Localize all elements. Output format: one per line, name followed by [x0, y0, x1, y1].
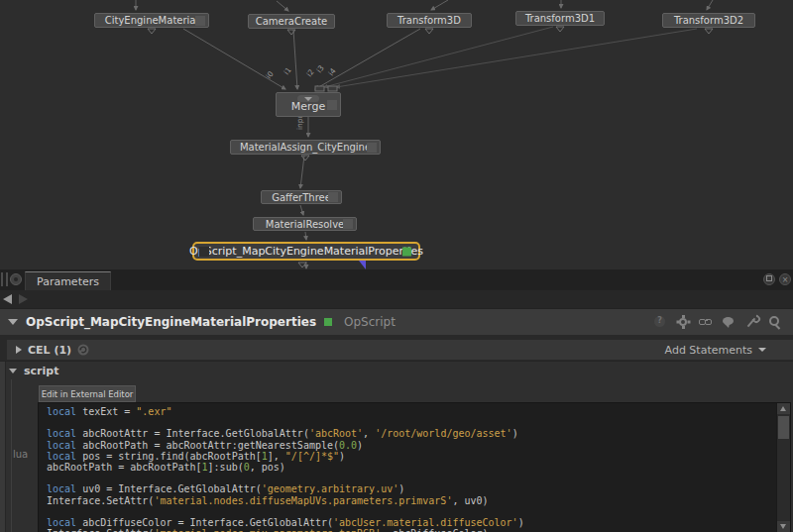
- node-MaterialResolve[interactable]: MaterialResolve: [253, 217, 357, 231]
- node-OpScript_MapCityEngineMaterialProperties[interactable]: OpScript_MapCityEngineMaterialProperties: [192, 242, 420, 261]
- script-group-header[interactable]: script: [9, 365, 58, 377]
- node-label: Transform3D2: [674, 15, 743, 26]
- node-name: OpScript_MapCityEngineMaterialProperties: [26, 315, 316, 329]
- node-flag-icon: [359, 261, 366, 269]
- node-enabled-indicator: [402, 247, 411, 256]
- code-line: Interface.SetAttr('material.nodes.diffus…: [47, 495, 776, 506]
- scroll-down-icon[interactable]: [777, 521, 790, 532]
- code-line: [47, 417, 776, 428]
- code-line: Interface.SetAttr('material.nodes.mix.pa…: [47, 528, 776, 532]
- gear-icon[interactable]: [676, 315, 690, 329]
- panel-tab-bar: Parameters ×: [0, 269, 793, 291]
- script-language-label: lua: [13, 449, 28, 460]
- script-code-lines: local texExt = ".exr" local abcRootAttr …: [39, 406, 776, 532]
- help-icon[interactable]: [653, 315, 667, 329]
- script-group: script Edit in External Editor lua local…: [0, 361, 793, 532]
- node-MaterialAssign_CityEngine[interactable]: MaterialAssign_CityEngine: [230, 140, 381, 155]
- parameter-history-bar: [0, 290, 793, 308]
- group-indent-line: [11, 379, 12, 532]
- node-Transform3D1[interactable]: Transform3D1: [515, 11, 605, 26]
- scroll-thumb[interactable]: [778, 416, 789, 439]
- node-badge: [327, 100, 337, 110]
- cel-label: CEL (1): [28, 344, 71, 357]
- node-GafferThree[interactable]: GafferThree: [261, 190, 342, 204]
- code-line: local abcDiffuseColor = Interface.GetGlo…: [47, 517, 776, 528]
- code-line: local texExt = ".exr": [47, 406, 776, 417]
- node-graph-panel[interactable]: i0i1i2i3i4input CityEngineMaterialCamera…: [0, 0, 793, 270]
- node-label: MaterialResolve: [266, 219, 344, 230]
- code-line: local uv0 = Interface.GetGlobalAttr('geo…: [47, 483, 776, 494]
- katana-window: i0i1i2i3i4input CityEngineMaterialCamera…: [0, 0, 793, 532]
- merge-inputs-chevron-icon[interactable]: [297, 95, 319, 102]
- add-statements-dropdown[interactable]: Add Statements: [665, 344, 784, 357]
- node-type-label: OpScript: [344, 315, 396, 329]
- node-badge: [328, 192, 338, 202]
- code-line: local abcRootAttr = Interface.GetGlobalA…: [47, 428, 776, 439]
- code-scrollbar[interactable]: [776, 403, 790, 532]
- svg-text:i4: i4: [326, 66, 337, 77]
- cel-reset-icon[interactable]: [77, 344, 89, 356]
- panel-grip[interactable]: [1, 272, 8, 286]
- node-CameraCreate[interactable]: CameraCreate: [248, 14, 335, 29]
- node-Transform3D2[interactable]: Transform3D2: [662, 13, 755, 28]
- svg-text:i1: i1: [282, 65, 292, 76]
- search-icon[interactable]: [767, 315, 781, 329]
- header-icons: [653, 315, 785, 329]
- expand-cel-icon[interactable]: [16, 346, 22, 354]
- node-graph-edges: i0i1i2i3i4input: [0, 0, 793, 269]
- script-label: script: [24, 365, 58, 377]
- scroll-up-icon[interactable]: [777, 403, 790, 414]
- code-line: [47, 473, 776, 483]
- close-panel-icon[interactable]: ×: [779, 273, 791, 285]
- node-label: Transform3D1: [525, 13, 595, 24]
- collapse-script-icon[interactable]: [9, 369, 17, 373]
- comment-icon[interactable]: [722, 315, 736, 329]
- tab-label: Parameters: [37, 275, 99, 288]
- node-CityEngineMaterial[interactable]: CityEngineMaterial: [94, 13, 209, 28]
- node-label: OpScript_MapCityEngineMaterialProperties: [189, 245, 423, 258]
- panel-menu-icon[interactable]: [10, 273, 22, 285]
- script-code-editor[interactable]: local texExt = ".exr" local abcRootAttr …: [38, 402, 791, 532]
- node-badge: [199, 247, 209, 257]
- node-Transform3D[interactable]: Transform3D: [387, 13, 472, 28]
- node-badge: [195, 16, 205, 26]
- history-back-icon[interactable]: [3, 294, 12, 304]
- node-Merge[interactable]: Merge: [276, 92, 341, 117]
- wrench-icon[interactable]: [744, 315, 758, 329]
- chevron-down-icon: [758, 348, 766, 352]
- history-forward-icon[interactable]: [19, 294, 28, 304]
- code-line: local abcRootPath = abcRootAttr:getNeare…: [47, 440, 776, 451]
- float-panel-icon[interactable]: [763, 273, 775, 285]
- code-line: local pos = string.find(abcRootPath[1], …: [47, 451, 776, 462]
- glasses-icon[interactable]: [699, 315, 713, 329]
- edit-external-editor-button[interactable]: Edit in External Editor: [39, 385, 136, 402]
- code-line: [47, 506, 776, 517]
- panel-left-scrollbar[interactable]: [0, 362, 6, 532]
- node-badge: [367, 143, 377, 153]
- node-label: Transform3D: [397, 15, 461, 26]
- add-statements-label: Add Statements: [665, 344, 752, 357]
- node-parameters-header: OpScript_MapCityEngineMaterialProperties…: [0, 308, 793, 335]
- node-badge: [343, 219, 353, 229]
- node-label: CameraCreate: [256, 16, 327, 27]
- node-label: MaterialAssign_CityEngine: [240, 142, 371, 153]
- panel-window-buttons: ×: [763, 273, 791, 285]
- collapse-parameters-icon[interactable]: [8, 319, 18, 325]
- parameters-panel: Parameters × OpScript_MapCityEngineMater…: [0, 269, 793, 532]
- node-label: GafferThree: [272, 192, 331, 203]
- svg-text:i3: i3: [314, 63, 325, 74]
- svg-text:i0: i0: [264, 69, 275, 80]
- cel-statement-row[interactable]: CEL (1) Add Statements: [7, 340, 793, 360]
- code-line: abcRootPath = abcRootPath[1]:sub(0, pos): [47, 462, 776, 473]
- node-enabled-indicator[interactable]: [324, 318, 332, 326]
- node-label: CityEngineMaterial: [105, 15, 199, 26]
- tab-parameters[interactable]: Parameters: [25, 271, 111, 290]
